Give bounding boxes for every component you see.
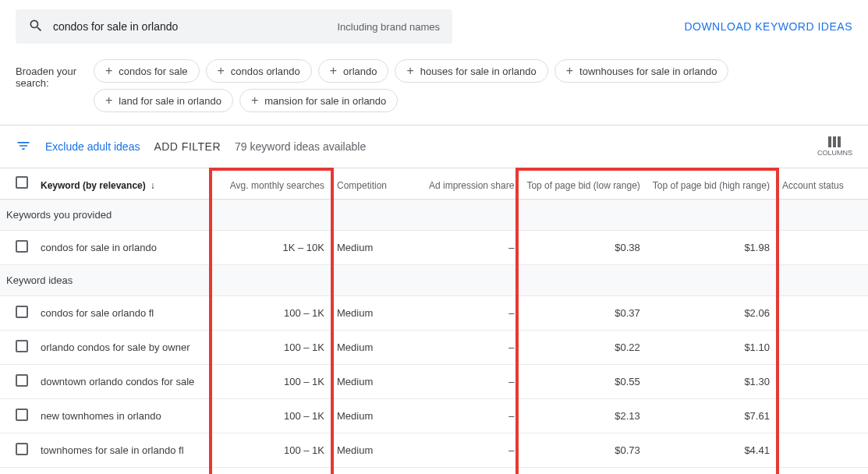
col-competition[interactable]: Competition <box>331 168 423 200</box>
cell-keyword: condos for sale in orlando <box>34 231 214 265</box>
cell-account-status <box>776 331 868 365</box>
plus-icon: + <box>105 65 112 77</box>
cell-high-bid: $1.10 <box>647 331 776 365</box>
cell-competition: Medium <box>331 231 423 265</box>
plus-icon: + <box>330 65 337 77</box>
columns-label: COLUMNS <box>817 149 852 157</box>
row-checkbox[interactable] <box>16 340 28 352</box>
cell-high-bid: $1.30 <box>647 365 776 399</box>
cell-high-bid: $2.06 <box>647 296 776 331</box>
cell-low-bid: $0.73 <box>520 433 646 468</box>
download-keyword-ideas-link[interactable]: DOWNLOAD KEYWORD IDEAS <box>684 20 852 33</box>
col-searches[interactable]: Avg. monthly searches <box>214 168 331 200</box>
cell-low-bid: $0.37 <box>520 296 646 331</box>
plus-icon: + <box>566 65 573 77</box>
table-row: orlando condos for sale by owner100 – 1K… <box>0 331 868 365</box>
ideas-count: 79 keyword ideas available <box>235 140 366 153</box>
cell-low-bid: $0.47 <box>520 468 646 475</box>
broaden-chip[interactable]: +land for sale in orlando <box>94 89 233 112</box>
cell-impression: – <box>423 231 520 265</box>
row-checkbox[interactable] <box>16 409 28 421</box>
cell-impression: – <box>423 296 520 331</box>
chip-label: houses for sale in orlando <box>420 65 537 77</box>
table-row: condos for sale in orlando1K – 10KMedium… <box>0 231 868 265</box>
select-all-checkbox[interactable] <box>16 176 28 189</box>
keyword-table: Keyword (by relevance)↓ Avg. monthly sea… <box>0 168 868 474</box>
row-checkbox[interactable] <box>16 443 28 455</box>
plus-icon: + <box>406 65 413 77</box>
cell-searches: 100 – 1K <box>214 296 331 331</box>
cell-competition: Medium <box>331 331 423 365</box>
broaden-chip[interactable]: +orlando <box>318 59 389 83</box>
table-row: condos for sale orlando fl100 – 1KMedium… <box>0 296 868 331</box>
cell-competition: Medium <box>331 296 423 331</box>
cell-searches: 100 – 1K <box>214 468 331 475</box>
cell-account-status <box>776 399 868 433</box>
cell-competition: Medium <box>331 468 423 475</box>
col-impression[interactable]: Ad impression share <box>423 168 520 200</box>
cell-competition: Medium <box>331 399 423 433</box>
broaden-chip[interactable]: +mansion for sale in orlando <box>239 89 398 112</box>
col-low-bid[interactable]: Top of page bid (low range) <box>520 168 646 200</box>
chip-label: condos orlando <box>231 65 300 77</box>
cell-impression: – <box>423 331 520 365</box>
cell-account-status <box>776 468 868 475</box>
row-checkbox[interactable] <box>16 374 28 387</box>
cell-low-bid: $0.38 <box>520 231 646 265</box>
columns-button[interactable]: COLUMNS <box>817 136 852 157</box>
col-keyword[interactable]: Keyword (by relevance)↓ <box>34 168 214 200</box>
chip-label: townhouses for sale in orlando <box>579 65 717 77</box>
cell-impression: – <box>423 399 520 433</box>
chip-label: mansion for sale in orlando <box>264 95 386 107</box>
cell-keyword: downtown orlando condos for sale <box>34 365 214 399</box>
col-account-status[interactable]: Account status <box>776 168 868 200</box>
cell-account-status <box>776 365 868 399</box>
cell-low-bid: $0.55 <box>520 365 646 399</box>
broaden-chip[interactable]: +condos orlando <box>206 59 312 83</box>
exclude-adult-ideas-link[interactable]: Exclude adult ideas <box>45 140 140 153</box>
filter-icon[interactable] <box>16 138 31 156</box>
cell-competition: Medium <box>331 365 423 399</box>
cell-competition: Medium <box>331 433 423 468</box>
plus-icon: + <box>218 65 225 77</box>
cell-searches: 100 – 1K <box>214 399 331 433</box>
chip-label: orlando <box>343 65 377 77</box>
cell-account-status <box>776 231 868 265</box>
cell-keyword: orlando condos for sale by owner <box>34 331 214 365</box>
cell-impression: – <box>423 433 520 468</box>
search-box[interactable]: Including brand names <box>16 9 452 44</box>
search-icon <box>28 18 53 36</box>
cell-high-bid: $4.41 <box>647 433 776 468</box>
cell-impression: – <box>423 468 520 475</box>
columns-icon <box>828 136 841 147</box>
sort-arrow-down-icon: ↓ <box>151 180 155 191</box>
cell-high-bid: $7.61 <box>647 399 776 433</box>
cell-account-status <box>776 296 868 331</box>
plus-icon: + <box>251 94 258 107</box>
brand-names-toggle[interactable]: Including brand names <box>324 21 440 33</box>
row-checkbox[interactable] <box>16 240 28 253</box>
broaden-chips: +condos for sale+condos orlando+orlando+… <box>94 59 852 112</box>
search-input[interactable] <box>53 20 324 33</box>
table-row: townhomes for sale in orlando fl100 – 1K… <box>0 433 868 468</box>
cell-low-bid: $2.13 <box>520 399 646 433</box>
broaden-chip[interactable]: +houses for sale in orlando <box>395 59 547 83</box>
chip-label: condos for sale <box>119 65 187 77</box>
col-high-bid[interactable]: Top of page bid (high range) <box>647 168 776 200</box>
broaden-chip[interactable]: +townhouses for sale in orlando <box>554 59 729 83</box>
table-row: condos downtown orlando100 – 1KMedium–$0… <box>0 468 868 475</box>
chip-label: land for sale in orlando <box>119 95 221 107</box>
cell-searches: 100 – 1K <box>214 365 331 399</box>
broaden-chip[interactable]: +condos for sale <box>94 59 200 83</box>
cell-low-bid: $0.22 <box>520 331 646 365</box>
row-checkbox[interactable] <box>16 306 28 318</box>
cell-high-bid: $1.37 <box>647 468 776 475</box>
plus-icon: + <box>105 94 112 107</box>
table-row: new townhomes in orlando100 – 1KMedium–$… <box>0 399 868 433</box>
cell-keyword: condos downtown orlando <box>34 468 214 475</box>
cell-high-bid: $1.98 <box>647 231 776 265</box>
broaden-label: Broaden your search: <box>16 59 94 89</box>
cell-impression: – <box>423 365 520 399</box>
add-filter-button[interactable]: ADD FILTER <box>154 140 221 153</box>
section-header-row: Keywords you provided <box>0 200 868 231</box>
